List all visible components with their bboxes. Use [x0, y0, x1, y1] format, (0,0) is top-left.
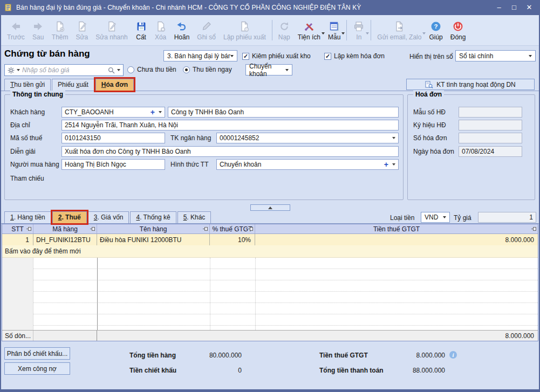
invoice-date-label: Ngày hóa đơn — [413, 148, 454, 155]
chevron-down-icon — [230, 55, 234, 57]
checkbox-lap-kem-hoa-don[interactable]: ✓ Lập kèm hóa đơn — [324, 52, 385, 60]
tab-gia-von[interactable]: 3. Giá vốn — [88, 211, 129, 223]
toolbar-button-them[interactable]: Thêm — [48, 16, 72, 44]
chevron-down-icon[interactable] — [159, 111, 162, 113]
search-icon[interactable] — [108, 67, 115, 74]
toolbar-label: Nạp — [278, 33, 290, 41]
search-placeholder[interactable]: Nhập số báo giá — [22, 66, 106, 74]
tab-thong-ke[interactable]: 4. Thống kê — [130, 211, 176, 223]
table-footer-row: Số dòn... 8.000.000 — [2, 330, 538, 341]
cell-stt[interactable]: 1 — [2, 234, 33, 245]
cell-tien-thue[interactable]: 8.000.000 — [255, 234, 538, 245]
pin-icon[interactable] — [531, 226, 537, 231]
toolbar-button-mau[interactable]: Mẫu — [324, 16, 344, 44]
radio-icon — [127, 66, 134, 73]
bank-account-combo[interactable]: 00001245852 — [216, 133, 399, 143]
allocate-discount-button[interactable]: Phân bổ chiết khấu... — [4, 347, 70, 360]
chevron-down-icon[interactable] — [117, 69, 120, 71]
kt-business-status-button[interactable]: KT tình trạng hoạt động DN — [406, 79, 535, 90]
tab-label-part: óa đơn — [106, 81, 128, 88]
tab-hoa-don[interactable]: Hóa đơn — [95, 79, 134, 91]
tab-khac[interactable]: 5. Khác — [177, 211, 211, 223]
column-header-ma-hang[interactable]: Mã hàng — [33, 224, 97, 233]
toolbar-button-xoa[interactable]: Xóa — [151, 16, 170, 44]
payment-method-select[interactable]: Chuyển khoản — [245, 64, 292, 75]
add-new-row[interactable]: Bấm vào đây để thêm mới — [2, 245, 538, 258]
dropdown-caret-icon[interactable] — [366, 32, 369, 35]
column-header-label: STT — [11, 225, 24, 233]
cell-phan-tram-thue[interactable]: 10% — [210, 234, 255, 245]
toolbar-button-lap-phieu-xuat[interactable]: Lập phiếu xuất — [220, 16, 270, 44]
book-select[interactable]: Sổ tài chính — [455, 50, 536, 61]
pin-icon[interactable] — [203, 226, 208, 231]
toolbar-button-giup[interactable]: ? Giúp — [425, 16, 446, 44]
column-header-tien-thue[interactable]: Tiền thuế GTGT — [255, 224, 538, 233]
view-debt-button[interactable]: Xem công nợ — [4, 362, 70, 375]
chevron-down-icon[interactable] — [17, 69, 20, 71]
pin-icon[interactable] — [248, 226, 254, 231]
column-header-stt[interactable]: STT — [2, 224, 33, 233]
cell-ten-hang[interactable]: Điều hòa FUNIKI 12000BTU — [97, 234, 210, 245]
toolbar-button-sua[interactable]: Sửa — [72, 16, 92, 44]
checkbox-kiem-phieu-xuat-kho[interactable]: ✓ Kiêm phiếu xuất kho — [242, 52, 311, 60]
invoice-symbol-label: Ký hiệu HĐ — [413, 121, 446, 129]
minimize-button[interactable]: – — [491, 0, 507, 15]
dropdown-caret-icon[interactable] — [341, 32, 345, 35]
customer-name-field[interactable]: Công ty TNHH Bảo Oanh — [168, 107, 399, 118]
column-header-phan-tram-thue[interactable]: % thuế GTGT — [210, 224, 255, 233]
column-header-ten-hang[interactable]: Tên hàng — [97, 224, 210, 233]
page-title: Chứng từ bán hàng — [4, 49, 90, 59]
toolbar-button-nap[interactable]: Nạp — [275, 16, 294, 44]
currency-select[interactable]: VND — [421, 212, 450, 223]
add-icon[interactable]: + — [151, 109, 155, 115]
tax-code-field[interactable]: 0101243150 — [61, 133, 165, 143]
cell-ma-hang[interactable]: DH_FUNIKI12BTU — [33, 234, 97, 245]
tab-phieu-xuat[interactable]: Phiếu xuất — [52, 79, 94, 91]
tab-hang-tien[interactable]: 1. Hàng tiền — [4, 211, 51, 223]
chevron-down-icon — [529, 55, 532, 57]
chevron-down-icon — [443, 216, 446, 218]
toolbar-button-sua-nhanh[interactable]: Sửa nhanh — [92, 16, 131, 44]
table-row[interactable]: 1 DH_FUNIKI12BTU Điều hòa FUNIKI 12000BT… — [2, 234, 538, 245]
toolbar-button-dong[interactable]: Đóng — [447, 16, 470, 44]
toolbar-button-sau[interactable]: Sau — [29, 16, 48, 44]
empty-row — [2, 269, 538, 280]
invoice-date-field[interactable]: 07/08/2024 — [459, 146, 522, 157]
export-document-icon — [238, 20, 250, 32]
splitter-collapse-button[interactable] — [250, 204, 290, 211]
pin-icon[interactable] — [90, 226, 95, 231]
toolbar-button-ghi-so[interactable]: Ghi sổ — [193, 16, 220, 44]
quote-search-box[interactable]: Nhập số báo giá — [4, 64, 124, 76]
description-field[interactable]: Xuất hóa đơn cho Công ty TNHH Bảo Oanh — [61, 146, 399, 157]
toolbar-label: Tiện ích — [298, 33, 320, 41]
tab-thue[interactable]: 2. Thuế — [52, 211, 87, 223]
radio-chua-thu-tien[interactable]: Chưa thu tiền — [127, 66, 176, 73]
document-type-select[interactable]: 3. Bán hàng đại lý bán đúng giá — [163, 50, 237, 61]
payment-type-combo[interactable]: Chuyển khoản + — [216, 159, 399, 170]
customer-code-combo[interactable]: CTY_BAOOANH + — [61, 107, 165, 118]
toolbar-button-gui-email-zalo[interactable]: Gửi email, Zalo — [373, 16, 425, 44]
radio-thu-tien-ngay[interactable]: Thu tiền ngay — [183, 66, 232, 73]
close-button[interactable]: ✕ — [522, 0, 537, 15]
address-label: Địa chỉ — [10, 121, 30, 129]
address-field[interactable]: 2514 Nguyễn Trãi, Thanh Xuân, Hà Nội — [61, 120, 399, 130]
empty-row — [2, 258, 538, 269]
add-icon[interactable]: + — [384, 161, 388, 168]
total-goods-label: Tổng tiền hàng — [129, 352, 176, 359]
toolbar-button-in[interactable]: In — [349, 16, 368, 44]
toolbar-button-tien-ich[interactable]: Tiện ích — [294, 16, 324, 44]
maximize-button[interactable]: □ — [507, 0, 522, 15]
info-icon[interactable]: i — [449, 351, 457, 359]
chevron-down-icon[interactable] — [392, 163, 395, 166]
invoice-number-label: Số hóa đơn — [413, 134, 447, 142]
pin-icon[interactable] — [26, 226, 32, 231]
toolbar-button-hoan[interactable]: Hoãn — [170, 16, 194, 44]
chevron-down-icon[interactable] — [392, 137, 395, 139]
send-document-icon — [393, 20, 405, 32]
toolbar-button-cat[interactable]: Cất — [132, 16, 151, 44]
toolbar-button-truoc[interactable]: Trước — [3, 16, 29, 44]
customer-label: Khách hàng — [10, 108, 45, 116]
buyer-field[interactable]: Hoàng Thị Bích Ngọc — [61, 159, 165, 170]
invoice-symbol-field — [459, 120, 522, 130]
tab-thu-tien-gui[interactable]: Thu tiền gửi — [4, 79, 51, 91]
